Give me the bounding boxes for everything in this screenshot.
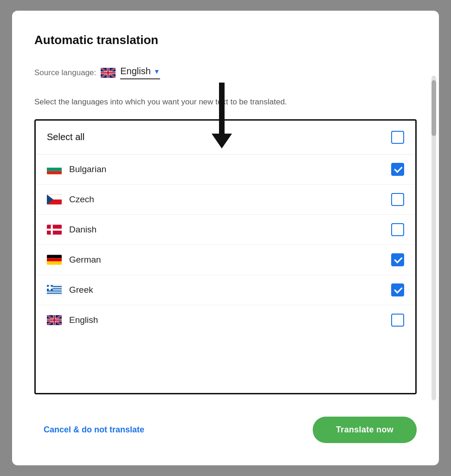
svg-rect-1: [47, 164, 62, 167]
select-all-row[interactable]: Select all: [36, 121, 415, 154]
flag-cz-icon: [47, 194, 62, 205]
list-item[interactable]: English: [36, 305, 415, 335]
svg-rect-10: [47, 228, 62, 230]
flag-bg-icon: [47, 164, 62, 174]
language-list-box: Select all Bulgarian: [34, 119, 417, 395]
chevron-down-icon: ▼: [154, 68, 160, 75]
source-language-row: Source language: English ▼: [34, 66, 417, 79]
cancel-button[interactable]: Cancel & do not translate: [34, 419, 154, 440]
language-name: German: [69, 255, 384, 265]
list-item[interactable]: German: [36, 245, 415, 275]
svg-rect-2: [47, 167, 62, 171]
language-name: Czech: [69, 194, 384, 205]
source-language-label: Source language:: [34, 68, 96, 77]
flag-uk2-icon: [47, 315, 62, 325]
language-checkbox[interactable]: [391, 223, 404, 236]
list-item[interactable]: Bulgarian: [36, 154, 415, 185]
list-item[interactable]: Danish: [36, 215, 415, 245]
language-checkbox[interactable]: [391, 253, 404, 266]
source-language-value: English: [120, 66, 151, 77]
svg-rect-18: [47, 291, 62, 292]
language-name: English: [69, 315, 384, 325]
scroll-thumb[interactable]: [432, 80, 436, 136]
language-checkbox[interactable]: [391, 163, 404, 176]
svg-rect-19: [47, 294, 62, 295]
language-name: Danish: [69, 225, 384, 235]
language-name: Greek: [69, 285, 384, 295]
svg-rect-22: [47, 287, 53, 289]
language-name: Bulgarian: [69, 164, 384, 174]
modal-title: Automatic translation: [34, 33, 417, 47]
list-item[interactable]: Greek: [36, 275, 415, 305]
flag-uk-icon: [101, 68, 116, 78]
svg-rect-13: [47, 261, 62, 264]
modal-overlay: Automatic translation Source language: E…: [0, 0, 451, 476]
modal-footer: Cancel & do not translate Translate now: [34, 413, 417, 443]
select-all-label: Select all: [47, 132, 84, 142]
svg-rect-11: [47, 255, 62, 258]
flag-dk-icon: [47, 225, 62, 235]
list-item[interactable]: Czech: [36, 185, 415, 215]
svg-rect-3: [47, 171, 62, 174]
translate-button[interactable]: Translate now: [313, 417, 417, 443]
flag-gr-icon: [47, 285, 62, 295]
select-all-checkbox[interactable]: [391, 131, 404, 144]
svg-rect-12: [47, 258, 62, 261]
language-checkbox[interactable]: [391, 283, 404, 296]
language-checkbox[interactable]: [391, 193, 404, 206]
description-text: Select the languages into which you want…: [34, 96, 417, 108]
language-checkbox[interactable]: [391, 314, 404, 327]
source-language-dropdown[interactable]: English ▼: [120, 66, 160, 79]
flag-de-icon: [47, 255, 62, 265]
scrollbar[interactable]: [432, 76, 436, 400]
modal-dialog: Automatic translation Source language: E…: [12, 11, 439, 465]
